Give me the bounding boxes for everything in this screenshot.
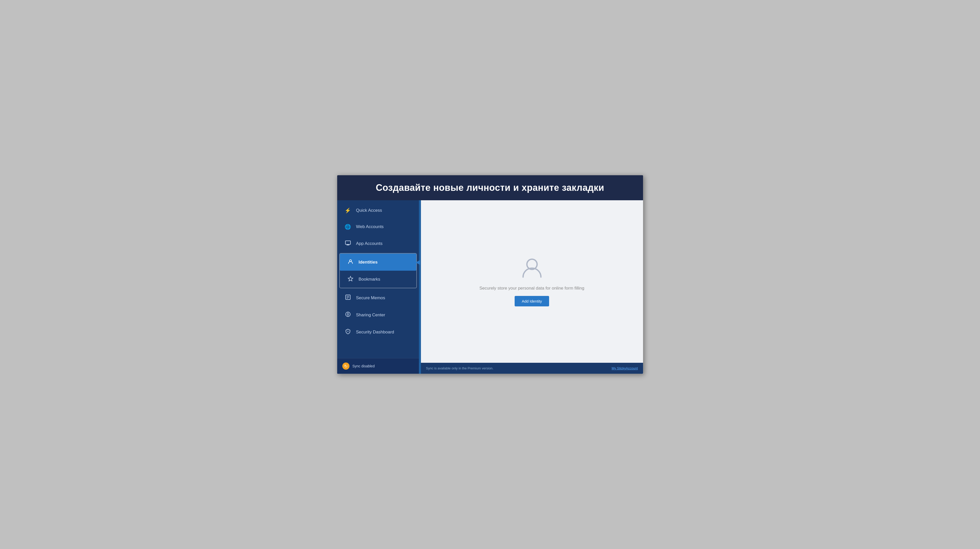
sidebar-label-identities: Identities [359, 260, 378, 265]
svg-rect-0 [345, 241, 350, 244]
content-area: Securely store your personal data for on… [421, 200, 643, 363]
sidebar-item-bookmarks[interactable]: Bookmarks [340, 271, 416, 288]
sidebar-label-sharing-center: Sharing Center [356, 313, 385, 317]
svg-point-10 [347, 314, 349, 315]
content-description: Securely store your personal data for on… [479, 286, 584, 291]
sidebar-label-secure-memos: Secure Memos [356, 295, 385, 300]
sync-icon: ↻ [342, 362, 350, 370]
sidebar-item-web-accounts[interactable]: 🌐 Web Accounts [337, 219, 419, 235]
svg-marker-4 [348, 276, 353, 281]
header-banner: Создавайте новые личности и храните закл… [337, 175, 643, 200]
header-title: Создавайте новые личности и храните закл… [347, 182, 633, 193]
sidebar-item-quick-access[interactable]: ⚡ Quick Access [337, 202, 419, 219]
svg-rect-1 [347, 244, 349, 245]
sidebar-right-border [419, 200, 421, 374]
sidebar-item-app-accounts[interactable]: App Accounts [337, 235, 419, 252]
add-identity-button[interactable]: Add Identity [515, 296, 549, 306]
secure-memos-icon [344, 294, 352, 301]
web-accounts-icon: 🌐 [344, 224, 352, 230]
sidebar-group-identities-bookmarks: Identities Bookmarks [339, 253, 417, 288]
sidebar-nav: ⚡ Quick Access 🌐 Web Accounts [337, 200, 419, 358]
content-footer: Sync is available only in the Premium ve… [421, 363, 643, 374]
sidebar-item-security-dashboard[interactable]: Security Dashboard [337, 324, 419, 341]
sidebar-label-app-accounts: App Accounts [356, 241, 383, 246]
app-accounts-icon [344, 240, 352, 247]
sync-note-text: Sync is available only in the Premium ve… [426, 367, 493, 370]
app-body: ⚡ Quick Access 🌐 Web Accounts [337, 200, 643, 374]
sidebar-label-security-dashboard: Security Dashboard [356, 330, 394, 335]
sidebar-item-sharing-center[interactable]: Sharing Center [337, 306, 419, 324]
main-content: Securely store your personal data for on… [421, 200, 643, 374]
quick-access-icon: ⚡ [344, 208, 352, 214]
sync-status-text: Sync disabled [353, 364, 375, 368]
security-dashboard-icon [344, 328, 352, 335]
app-window: Создавайте новые личности и храните закл… [337, 175, 643, 374]
sidebar-label-quick-access: Quick Access [356, 208, 382, 213]
identity-placeholder-icon [520, 257, 544, 281]
identities-icon [347, 259, 354, 266]
bookmarks-icon [347, 276, 354, 282]
sharing-center-icon [344, 311, 352, 318]
sidebar-item-identities[interactable]: Identities [340, 254, 416, 271]
my-sticky-account-link[interactable]: My StickyAccount [612, 367, 638, 370]
sidebar-label-bookmarks: Bookmarks [359, 277, 380, 282]
sync-icon-symbol: ↻ [344, 364, 347, 369]
sidebar-label-web-accounts: Web Accounts [356, 224, 384, 229]
sidebar-footer: ↻ Sync disabled [337, 358, 419, 374]
sidebar: ⚡ Quick Access 🌐 Web Accounts [337, 200, 419, 374]
svg-rect-2 [347, 245, 350, 246]
sidebar-item-secure-memos[interactable]: Secure Memos [337, 289, 419, 306]
